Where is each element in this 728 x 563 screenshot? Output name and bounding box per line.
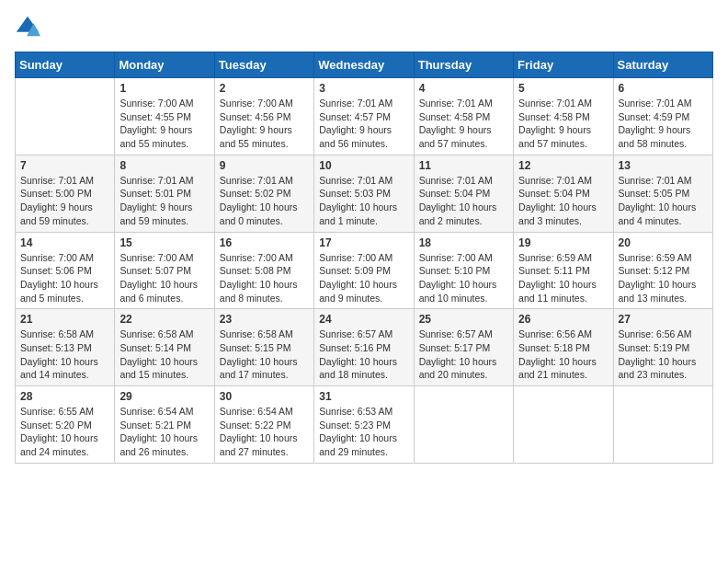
calendar-cell: 16Sunrise: 7:00 AMSunset: 5:08 PMDayligh… (214, 232, 313, 309)
day-detail: Sunrise: 7:00 AMSunset: 5:08 PMDaylight:… (220, 251, 309, 305)
sunset-text: Sunset: 5:18 PM (518, 341, 608, 355)
calendar-cell: 20Sunrise: 6:59 AMSunset: 5:12 PMDayligh… (613, 232, 712, 309)
sunrise-text: Sunrise: 7:01 AM (419, 97, 508, 110)
day-number: 17 (319, 236, 408, 249)
calendar-cell: 30Sunrise: 6:54 AMSunset: 5:22 PMDayligh… (214, 386, 313, 464)
day-detail: Sunrise: 7:00 AMSunset: 4:55 PMDaylight:… (119, 97, 209, 151)
day-detail: Sunrise: 6:54 AMSunset: 5:22 PMDaylight:… (220, 405, 309, 459)
sunrise-text: Sunrise: 6:54 AM (119, 405, 209, 419)
sunset-text: Sunset: 4:55 PM (119, 110, 209, 124)
day-detail: Sunrise: 7:00 AMSunset: 5:06 PMDaylight:… (20, 251, 109, 305)
sunrise-text: Sunrise: 7:01 AM (518, 174, 608, 188)
calendar-cell: 29Sunrise: 6:54 AMSunset: 5:21 PMDayligh… (115, 386, 214, 464)
header-friday: Friday (514, 52, 613, 78)
sunset-text: Sunset: 5:05 PM (619, 187, 708, 201)
calendar-cell: 19Sunrise: 6:59 AMSunset: 5:11 PMDayligh… (514, 232, 613, 309)
sunset-text: Sunset: 5:22 PM (220, 419, 309, 432)
sunset-text: Sunset: 4:57 PM (319, 110, 408, 124)
calendar-cell: 13Sunrise: 7:01 AMSunset: 5:05 PMDayligh… (613, 155, 712, 232)
day-detail: Sunrise: 7:01 AMSunset: 5:04 PMDaylight:… (419, 174, 508, 228)
daylight-text: Daylight: 10 hours and 10 minutes. (419, 278, 508, 304)
daylight-text: Daylight: 10 hours and 6 minutes. (119, 278, 209, 304)
sunrise-text: Sunrise: 6:58 AM (119, 327, 209, 341)
day-number: 1 (119, 82, 209, 95)
day-number: 23 (220, 313, 309, 326)
week-row-2: 7Sunrise: 7:01 AMSunset: 5:00 PMDaylight… (16, 155, 713, 232)
sunset-text: Sunset: 4:58 PM (518, 110, 608, 124)
day-detail: Sunrise: 7:00 AMSunset: 5:10 PMDaylight:… (419, 251, 508, 305)
sunset-text: Sunset: 4:56 PM (220, 110, 309, 124)
header-thursday: Thursday (414, 52, 513, 78)
calendar-cell: 31Sunrise: 6:53 AMSunset: 5:23 PMDayligh… (314, 386, 414, 464)
header-row: SundayMondayTuesdayWednesdayThursdayFrid… (16, 52, 713, 78)
daylight-text: Daylight: 10 hours and 26 minutes. (119, 431, 209, 458)
day-number: 3 (319, 82, 408, 95)
day-detail: Sunrise: 6:54 AMSunset: 5:21 PMDaylight:… (119, 405, 209, 459)
calendar-cell: 4Sunrise: 7:01 AMSunset: 4:58 PMDaylight… (414, 78, 513, 155)
calendar-cell: 2Sunrise: 7:00 AMSunset: 4:56 PMDaylight… (214, 78, 313, 155)
sunrise-text: Sunrise: 6:57 AM (319, 327, 408, 341)
calendar-cell (514, 386, 613, 464)
day-detail: Sunrise: 6:58 AMSunset: 5:14 PMDaylight:… (119, 327, 209, 382)
day-number: 27 (619, 313, 708, 326)
calendar-cell: 7Sunrise: 7:01 AMSunset: 5:00 PMDaylight… (16, 155, 115, 232)
sunset-text: Sunset: 5:06 PM (20, 264, 109, 278)
calendar-cell: 1Sunrise: 7:00 AMSunset: 4:55 PMDaylight… (115, 78, 214, 155)
day-detail: Sunrise: 7:01 AMSunset: 5:03 PMDaylight:… (319, 174, 408, 228)
daylight-text: Daylight: 10 hours and 15 minutes. (119, 355, 209, 382)
calendar-cell: 21Sunrise: 6:58 AMSunset: 5:13 PMDayligh… (16, 309, 115, 386)
calendar-cell: 25Sunrise: 6:57 AMSunset: 5:17 PMDayligh… (414, 309, 513, 386)
day-number: 7 (20, 159, 109, 172)
sunset-text: Sunset: 5:02 PM (220, 187, 309, 201)
day-detail: Sunrise: 7:01 AMSunset: 5:02 PMDaylight:… (220, 174, 309, 228)
day-detail: Sunrise: 6:58 AMSunset: 5:15 PMDaylight:… (220, 327, 309, 382)
calendar-cell: 3Sunrise: 7:01 AMSunset: 4:57 PMDaylight… (314, 78, 414, 155)
sunset-text: Sunset: 5:16 PM (319, 341, 408, 355)
day-number: 29 (119, 390, 209, 403)
daylight-text: Daylight: 9 hours and 57 minutes. (419, 123, 508, 150)
calendar-cell (414, 386, 513, 464)
day-detail: Sunrise: 6:57 AMSunset: 5:17 PMDaylight:… (419, 327, 508, 382)
calendar-cell: 12Sunrise: 7:01 AMSunset: 5:04 PMDayligh… (514, 155, 613, 232)
header-monday: Monday (115, 52, 214, 78)
sunset-text: Sunset: 5:04 PM (518, 187, 608, 201)
sunset-text: Sunset: 5:04 PM (419, 187, 508, 201)
sunset-text: Sunset: 5:01 PM (119, 187, 209, 201)
daylight-text: Daylight: 10 hours and 11 minutes. (518, 278, 608, 304)
day-detail: Sunrise: 7:00 AMSunset: 5:09 PMDaylight:… (319, 251, 408, 305)
day-detail: Sunrise: 7:00 AMSunset: 4:56 PMDaylight:… (220, 97, 309, 151)
day-detail: Sunrise: 7:01 AMSunset: 4:58 PMDaylight:… (419, 97, 508, 151)
sunrise-text: Sunrise: 6:53 AM (319, 405, 408, 419)
daylight-text: Daylight: 9 hours and 55 minutes. (220, 123, 309, 150)
page-header (15, 15, 713, 40)
sunrise-text: Sunrise: 7:01 AM (319, 97, 408, 110)
sunset-text: Sunset: 5:11 PM (518, 264, 608, 278)
day-number: 8 (119, 159, 209, 172)
daylight-text: Daylight: 10 hours and 1 minute. (319, 201, 408, 227)
header-saturday: Saturday (613, 52, 712, 78)
day-number: 12 (518, 159, 608, 172)
day-detail: Sunrise: 7:01 AMSunset: 4:57 PMDaylight:… (319, 97, 408, 151)
daylight-text: Daylight: 10 hours and 14 minutes. (20, 355, 109, 382)
day-detail: Sunrise: 6:58 AMSunset: 5:13 PMDaylight:… (20, 327, 109, 382)
sunset-text: Sunset: 5:23 PM (319, 419, 408, 432)
sunrise-text: Sunrise: 7:01 AM (619, 97, 708, 110)
daylight-text: Daylight: 10 hours and 23 minutes. (619, 355, 708, 382)
day-number: 11 (419, 159, 508, 172)
sunset-text: Sunset: 5:03 PM (319, 187, 408, 201)
daylight-text: Daylight: 10 hours and 13 minutes. (619, 278, 708, 304)
day-detail: Sunrise: 7:00 AMSunset: 5:07 PMDaylight:… (119, 251, 209, 305)
daylight-text: Daylight: 10 hours and 2 minutes. (419, 201, 508, 227)
day-number: 2 (220, 82, 309, 95)
day-detail: Sunrise: 7:01 AMSunset: 5:01 PMDaylight:… (119, 174, 209, 228)
day-number: 13 (619, 159, 708, 172)
sunrise-text: Sunrise: 7:00 AM (119, 251, 209, 265)
sunrise-text: Sunrise: 7:01 AM (319, 174, 408, 188)
calendar-cell: 27Sunrise: 6:56 AMSunset: 5:19 PMDayligh… (613, 309, 712, 386)
day-number: 28 (20, 390, 109, 403)
daylight-text: Daylight: 10 hours and 24 minutes. (20, 431, 109, 458)
sunrise-text: Sunrise: 6:55 AM (20, 405, 109, 419)
sunrise-text: Sunrise: 7:01 AM (619, 174, 708, 188)
sunrise-text: Sunrise: 6:59 AM (619, 251, 708, 265)
sunset-text: Sunset: 5:13 PM (20, 341, 109, 355)
